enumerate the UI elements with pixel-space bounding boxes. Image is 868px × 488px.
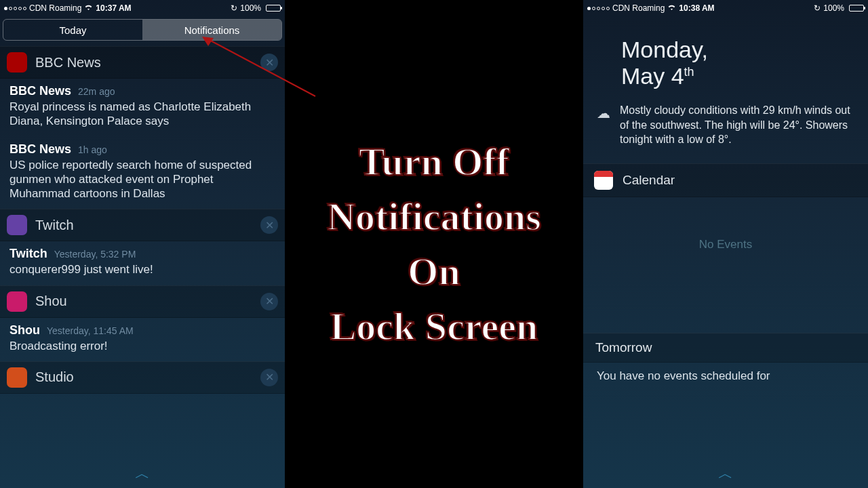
- calendar-label: Calendar: [623, 173, 675, 188]
- title-line: On: [408, 249, 460, 293]
- battery-percent: 100%: [823, 3, 844, 13]
- cellular-signal-icon: [587, 7, 610, 10]
- notification-item[interactable]: BBC News22m agoRoyal princess is named a…: [0, 79, 285, 137]
- notification-time: 1h ago: [78, 144, 107, 155]
- weather-text: Mostly cloudy conditions with 29 km/h wi…: [620, 103, 854, 147]
- notification-item[interactable]: BBC News1h agoUS police reportedly searc…: [0, 137, 285, 209]
- dismiss-group-button[interactable]: ✕: [260, 369, 278, 386]
- app-icon: [7, 367, 27, 388]
- no-events-label: No Events: [583, 197, 868, 333]
- tomorrow-body: You have no events scheduled for: [583, 363, 868, 390]
- rotation-lock-icon: ↻: [231, 3, 237, 13]
- notification-item[interactable]: ShouYesterday, 11:45 AMBroadcasting erro…: [0, 318, 285, 361]
- overlay-title: Turn Off Notifications On Lock Screen: [285, 0, 583, 488]
- battery-icon: [849, 5, 864, 12]
- phone-notifications-view: CDN Roaming 10:37 AM ↻ 100% Today Notifi…: [0, 0, 285, 488]
- month-day: May 4: [621, 63, 684, 89]
- tab-today[interactable]: Today: [3, 20, 142, 40]
- carrier-label: CDN Roaming: [29, 3, 81, 13]
- app-icon: [7, 291, 27, 312]
- battery-percent: 100%: [240, 3, 261, 13]
- weekday: Monday,: [621, 37, 854, 63]
- dismiss-group-button[interactable]: ✕: [260, 293, 278, 310]
- grabber-handle-icon[interactable]: ︿: [135, 464, 150, 484]
- rotation-lock-icon: ↻: [814, 3, 821, 13]
- notification-sender: Twitch: [9, 247, 47, 261]
- group-title: Twitch: [35, 218, 260, 233]
- status-time: 10:38 AM: [679, 3, 714, 13]
- notification-group-header[interactable]: BBC News✕: [0, 46, 285, 79]
- title-line: Lock Screen: [330, 304, 538, 348]
- notification-body: US police reportedly search home of susp…: [9, 158, 275, 201]
- grabber-handle-icon[interactable]: ︿: [718, 464, 733, 484]
- notification-group-header[interactable]: Twitch✕: [0, 209, 285, 241]
- status-bar: CDN Roaming 10:38 AM ↻ 100%: [583, 0, 868, 16]
- calendar-icon: [594, 171, 613, 190]
- weather-summary: ☁ Mostly cloudy conditions with 29 km/h …: [583, 103, 868, 163]
- title-line: Notifications: [327, 195, 541, 239]
- notification-sender: BBC News: [9, 84, 71, 98]
- notification-sender: Shou: [9, 323, 40, 338]
- battery-icon: [266, 5, 281, 12]
- notification-time: 22m ago: [78, 86, 115, 97]
- title-line: Turn Off: [359, 140, 509, 184]
- segmented-control[interactable]: Today Notifications: [3, 19, 282, 41]
- calendar-section-header[interactable]: Calendar: [583, 163, 868, 197]
- notification-group-header[interactable]: Shou✕: [0, 285, 285, 318]
- wifi-icon: [667, 3, 676, 13]
- tomorrow-section-header[interactable]: Tomorrow: [583, 333, 868, 363]
- notification-body: Royal princess is named as Charlotte Eli…: [9, 100, 275, 129]
- carrier-label: CDN Roaming: [612, 3, 665, 13]
- notification-body: conquerer999 just went live!: [9, 262, 275, 277]
- dismiss-group-button[interactable]: ✕: [260, 216, 278, 234]
- cloud-icon: ☁: [597, 104, 610, 147]
- date-heading: Monday, May 4th: [583, 16, 868, 103]
- app-icon: [7, 215, 27, 235]
- wifi-icon: [84, 3, 93, 13]
- group-title: Studio: [35, 369, 260, 385]
- dismiss-group-button[interactable]: ✕: [260, 54, 278, 71]
- app-icon: [7, 52, 27, 73]
- phone-today-view: CDN Roaming 10:38 AM ↻ 100% Monday, May …: [583, 0, 868, 488]
- notification-item[interactable]: TwitchYesterday, 5:32 PMconquerer999 jus…: [0, 241, 285, 285]
- notification-body: Broadcasting error!: [9, 339, 275, 353]
- status-time: 10:37 AM: [96, 3, 131, 13]
- tab-notifications[interactable]: Notifications: [142, 20, 281, 40]
- cellular-signal-icon: [4, 7, 26, 10]
- notification-time: Yesterday, 11:45 AM: [47, 325, 134, 336]
- group-title: BBC News: [35, 55, 260, 70]
- group-title: Shou: [35, 293, 260, 309]
- notification-time: Yesterday, 5:32 PM: [54, 249, 136, 260]
- notification-sender: BBC News: [9, 142, 71, 157]
- notification-group-header[interactable]: Studio✕: [0, 361, 285, 394]
- ordinal: th: [684, 65, 694, 79]
- status-bar: CDN Roaming 10:37 AM ↻ 100%: [0, 0, 285, 16]
